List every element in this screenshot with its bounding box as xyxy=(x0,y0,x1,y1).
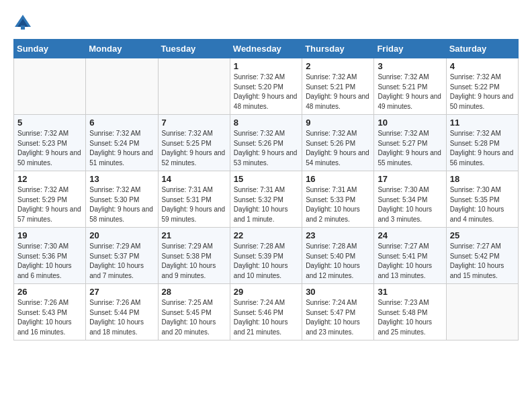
calendar-body: 1Sunrise: 7:32 AM Sunset: 5:20 PM Daylig… xyxy=(14,58,519,340)
calendar-cell: 12Sunrise: 7:32 AM Sunset: 5:29 PM Dayli… xyxy=(14,171,86,228)
day-number: 31 xyxy=(378,287,442,297)
calendar-cell: 25Sunrise: 7:27 AM Sunset: 5:42 PM Dayli… xyxy=(446,228,518,284)
calendar-cell: 11Sunrise: 7:32 AM Sunset: 5:28 PM Dayli… xyxy=(446,115,518,171)
day-number: 17 xyxy=(378,174,442,184)
calendar-week-row: 1Sunrise: 7:32 AM Sunset: 5:20 PM Daylig… xyxy=(14,58,519,115)
day-info: Sunrise: 7:32 AM Sunset: 5:25 PM Dayligh… xyxy=(162,129,226,168)
logo-icon xyxy=(13,13,32,32)
day-number: 1 xyxy=(234,61,298,71)
calendar-cell: 27Sunrise: 7:26 AM Sunset: 5:44 PM Dayli… xyxy=(86,284,158,340)
calendar-cell: 18Sunrise: 7:30 AM Sunset: 5:35 PM Dayli… xyxy=(446,171,518,228)
day-info: Sunrise: 7:27 AM Sunset: 5:41 PM Dayligh… xyxy=(378,242,442,281)
weekday-header-cell: Wednesday xyxy=(230,40,302,58)
calendar-cell: 14Sunrise: 7:31 AM Sunset: 5:31 PM Dayli… xyxy=(158,171,230,228)
day-info: Sunrise: 7:29 AM Sunset: 5:37 PM Dayligh… xyxy=(89,242,154,281)
day-info: Sunrise: 7:30 AM Sunset: 5:35 PM Dayligh… xyxy=(450,185,515,224)
day-number: 21 xyxy=(162,230,226,240)
day-info: Sunrise: 7:25 AM Sunset: 5:45 PM Dayligh… xyxy=(162,298,226,337)
day-info: Sunrise: 7:32 AM Sunset: 5:24 PM Dayligh… xyxy=(89,129,154,168)
calendar-cell: 6Sunrise: 7:32 AM Sunset: 5:24 PM Daylig… xyxy=(86,115,158,171)
day-info: Sunrise: 7:29 AM Sunset: 5:38 PM Dayligh… xyxy=(162,242,226,281)
day-info: Sunrise: 7:28 AM Sunset: 5:39 PM Dayligh… xyxy=(234,242,298,281)
logo xyxy=(13,13,35,32)
calendar-cell: 23Sunrise: 7:28 AM Sunset: 5:40 PM Dayli… xyxy=(302,228,374,284)
calendar-cell: 29Sunrise: 7:24 AM Sunset: 5:46 PM Dayli… xyxy=(230,284,302,340)
day-number: 6 xyxy=(89,118,154,128)
weekday-header-row: SundayMondayTuesdayWednesdayThursdayFrid… xyxy=(14,40,519,58)
day-info: Sunrise: 7:32 AM Sunset: 5:23 PM Dayligh… xyxy=(17,129,82,168)
day-info: Sunrise: 7:32 AM Sunset: 5:30 PM Dayligh… xyxy=(89,185,154,224)
day-info: Sunrise: 7:32 AM Sunset: 5:29 PM Dayligh… xyxy=(17,185,82,224)
calendar-cell: 22Sunrise: 7:28 AM Sunset: 5:39 PM Dayli… xyxy=(230,228,302,284)
day-number: 2 xyxy=(306,61,370,71)
day-info: Sunrise: 7:31 AM Sunset: 5:31 PM Dayligh… xyxy=(162,185,226,224)
day-number: 29 xyxy=(234,287,298,297)
day-number: 28 xyxy=(162,287,226,297)
day-info: Sunrise: 7:32 AM Sunset: 5:21 PM Dayligh… xyxy=(378,73,442,111)
day-number: 27 xyxy=(89,287,154,297)
day-number: 3 xyxy=(378,61,442,71)
day-number: 25 xyxy=(450,230,515,240)
weekday-header-cell: Saturday xyxy=(446,40,518,58)
calendar-cell: 3Sunrise: 7:32 AM Sunset: 5:21 PM Daylig… xyxy=(374,58,446,115)
calendar-cell xyxy=(14,58,86,115)
day-number: 26 xyxy=(17,287,82,297)
day-info: Sunrise: 7:27 AM Sunset: 5:42 PM Dayligh… xyxy=(450,242,515,281)
day-number: 9 xyxy=(306,118,370,128)
calendar-cell: 31Sunrise: 7:23 AM Sunset: 5:48 PM Dayli… xyxy=(374,284,446,340)
calendar-cell: 9Sunrise: 7:32 AM Sunset: 5:26 PM Daylig… xyxy=(302,115,374,171)
calendar-cell: 21Sunrise: 7:29 AM Sunset: 5:38 PM Dayli… xyxy=(158,228,230,284)
day-info: Sunrise: 7:32 AM Sunset: 5:28 PM Dayligh… xyxy=(450,129,515,168)
weekday-header-cell: Monday xyxy=(86,40,158,58)
day-info: Sunrise: 7:32 AM Sunset: 5:21 PM Dayligh… xyxy=(306,73,370,111)
weekday-header-cell: Sunday xyxy=(14,40,86,58)
calendar-cell: 30Sunrise: 7:24 AM Sunset: 5:47 PM Dayli… xyxy=(302,284,374,340)
day-number: 5 xyxy=(17,118,82,128)
calendar-cell: 15Sunrise: 7:31 AM Sunset: 5:32 PM Dayli… xyxy=(230,171,302,228)
day-info: Sunrise: 7:26 AM Sunset: 5:44 PM Dayligh… xyxy=(89,298,154,337)
calendar-week-row: 26Sunrise: 7:26 AM Sunset: 5:43 PM Dayli… xyxy=(14,284,519,340)
day-number: 4 xyxy=(450,61,515,71)
weekday-header-cell: Tuesday xyxy=(158,40,230,58)
calendar-cell: 10Sunrise: 7:32 AM Sunset: 5:27 PM Dayli… xyxy=(374,115,446,171)
day-number: 10 xyxy=(378,118,442,128)
day-number: 16 xyxy=(306,174,370,184)
day-number: 11 xyxy=(450,118,515,128)
calendar-cell: 4Sunrise: 7:32 AM Sunset: 5:22 PM Daylig… xyxy=(446,58,518,115)
calendar-cell: 17Sunrise: 7:30 AM Sunset: 5:34 PM Dayli… xyxy=(374,171,446,228)
svg-rect-2 xyxy=(21,26,25,30)
day-info: Sunrise: 7:26 AM Sunset: 5:43 PM Dayligh… xyxy=(17,298,82,337)
day-info: Sunrise: 7:30 AM Sunset: 5:36 PM Dayligh… xyxy=(17,242,82,281)
day-info: Sunrise: 7:31 AM Sunset: 5:33 PM Dayligh… xyxy=(306,185,370,224)
calendar-cell: 16Sunrise: 7:31 AM Sunset: 5:33 PM Dayli… xyxy=(302,171,374,228)
day-number: 7 xyxy=(162,118,226,128)
day-info: Sunrise: 7:32 AM Sunset: 5:27 PM Dayligh… xyxy=(378,129,442,168)
day-number: 24 xyxy=(378,230,442,240)
calendar-cell xyxy=(86,58,158,115)
day-number: 30 xyxy=(306,287,370,297)
day-number: 14 xyxy=(162,174,226,184)
calendar-cell: 7Sunrise: 7:32 AM Sunset: 5:25 PM Daylig… xyxy=(158,115,230,171)
day-number: 19 xyxy=(17,230,82,240)
weekday-header-cell: Thursday xyxy=(302,40,374,58)
calendar-week-row: 12Sunrise: 7:32 AM Sunset: 5:29 PM Dayli… xyxy=(14,171,519,228)
calendar-cell xyxy=(158,58,230,115)
calendar-cell: 8Sunrise: 7:32 AM Sunset: 5:26 PM Daylig… xyxy=(230,115,302,171)
day-info: Sunrise: 7:28 AM Sunset: 5:40 PM Dayligh… xyxy=(306,242,370,281)
calendar-cell: 20Sunrise: 7:29 AM Sunset: 5:37 PM Dayli… xyxy=(86,228,158,284)
day-number: 12 xyxy=(17,174,82,184)
day-info: Sunrise: 7:32 AM Sunset: 5:26 PM Dayligh… xyxy=(234,129,298,168)
day-info: Sunrise: 7:30 AM Sunset: 5:34 PM Dayligh… xyxy=(378,185,442,224)
calendar-cell: 28Sunrise: 7:25 AM Sunset: 5:45 PM Dayli… xyxy=(158,284,230,340)
calendar-cell: 19Sunrise: 7:30 AM Sunset: 5:36 PM Dayli… xyxy=(14,228,86,284)
day-number: 15 xyxy=(234,174,298,184)
calendar-week-row: 19Sunrise: 7:30 AM Sunset: 5:36 PM Dayli… xyxy=(14,228,519,284)
day-info: Sunrise: 7:31 AM Sunset: 5:32 PM Dayligh… xyxy=(234,185,298,224)
day-info: Sunrise: 7:24 AM Sunset: 5:46 PM Dayligh… xyxy=(234,298,298,337)
day-number: 8 xyxy=(234,118,298,128)
day-info: Sunrise: 7:32 AM Sunset: 5:20 PM Dayligh… xyxy=(234,73,298,111)
day-number: 20 xyxy=(89,230,154,240)
calendar-cell: 5Sunrise: 7:32 AM Sunset: 5:23 PM Daylig… xyxy=(14,115,86,171)
calendar-table: SundayMondayTuesdayWednesdayThursdayFrid… xyxy=(13,39,519,340)
calendar-cell: 24Sunrise: 7:27 AM Sunset: 5:41 PM Dayli… xyxy=(374,228,446,284)
